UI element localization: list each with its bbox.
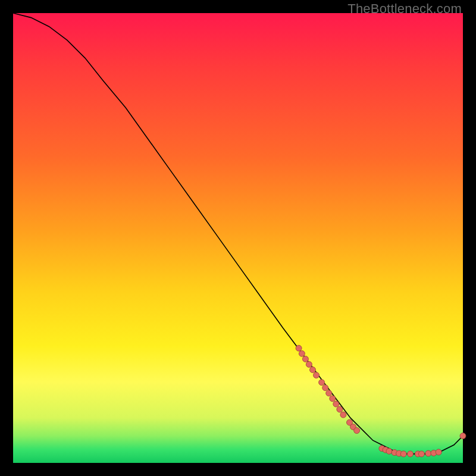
data-dot — [337, 406, 343, 412]
data-dot — [302, 356, 308, 362]
data-dot — [330, 396, 336, 402]
data-dot — [386, 448, 392, 454]
data-dot — [425, 450, 431, 456]
data-dot — [408, 451, 414, 457]
chart-plot-area — [13, 13, 463, 463]
data-dot — [333, 401, 339, 407]
chart-svg — [13, 13, 463, 463]
data-dot — [296, 345, 302, 351]
bottleneck-curve — [13, 13, 463, 454]
data-dot — [322, 385, 328, 391]
data-dot — [400, 451, 406, 457]
chart-frame: TheBottleneck.com — [0, 0, 476, 476]
data-dot — [319, 380, 325, 386]
data-dot — [340, 412, 346, 418]
data-dot — [418, 451, 424, 457]
data-dot — [354, 428, 360, 434]
data-dot — [310, 367, 316, 373]
data-dots-group — [296, 345, 466, 457]
data-dot — [306, 361, 312, 367]
data-dot — [326, 390, 332, 396]
data-dot — [436, 449, 441, 455]
data-dot — [314, 372, 320, 378]
data-dot — [460, 433, 466, 439]
data-dot — [299, 350, 305, 356]
